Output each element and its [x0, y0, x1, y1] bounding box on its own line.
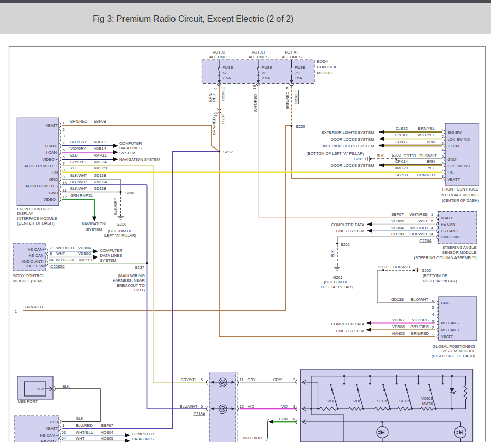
svg-text:G200: G200: [117, 222, 127, 227]
svg-text:LCK SW IND: LCK SW IND: [448, 164, 471, 168]
svg-text:BLK/WHT: BLK/WHT: [70, 173, 87, 178]
svg-text:C2280C: C2280C: [50, 264, 65, 269]
svg-text:8: 8: [285, 87, 289, 89]
svg-text:BRN: BRN: [427, 140, 435, 144]
svg-text:GND: GND: [441, 301, 450, 305]
svg-text:5: 5: [432, 305, 434, 310]
svg-text:ILLUM: ILLUM: [448, 144, 459, 148]
svg-text:GD138: GD138: [391, 232, 404, 236]
svg-text:54: 54: [62, 436, 66, 441]
svg-text:SBP08: SBP08: [94, 119, 106, 124]
svg-text:FRONT CONTROLS: FRONT CONTROLS: [442, 187, 478, 192]
svg-text:VMN03: VMN03: [392, 331, 405, 336]
svg-text:VIO/GRY: VIO/GRY: [70, 146, 86, 151]
svg-text:VDB04: VDB04: [78, 246, 91, 250]
svg-text:(BOTTOM OF: (BOTTOM OF: [423, 273, 447, 278]
svg-text:4: 4: [432, 312, 434, 317]
svg-text:LIN: LIN: [52, 170, 58, 175]
svg-text:HS CAN-: HS CAN-: [29, 253, 45, 258]
svg-text:VBATT: VBATT: [448, 177, 460, 182]
svg-text:3: 3: [442, 141, 444, 146]
svg-text:(RIGHT SIDE OF DASH): (RIGHT SIDE OF DASH): [432, 354, 476, 358]
svg-text:BLU/GRY: BLU/GRY: [70, 140, 87, 144]
svg-text:MUTE: MUTE: [422, 401, 433, 406]
svg-text:HOT AT: HOT AT: [285, 50, 299, 55]
svg-text:ALL TIMES: ALL TIMES: [249, 55, 268, 59]
svg-text:BRN: BRN: [427, 159, 435, 164]
svg-text:CPLXX: CPLXX: [395, 133, 408, 137]
svg-text:INTERIOR: INTERIOR: [243, 436, 262, 440]
svg-text:18: 18: [252, 85, 257, 89]
svg-text:SBP07: SBP07: [391, 212, 404, 217]
svg-text:BODY CONTROL: BODY CONTROL: [13, 273, 45, 278]
svg-text:GND: GND: [49, 191, 58, 195]
svg-text:NAVIGATION SYSTEM: NAVIGATION SYSTEM: [119, 157, 160, 162]
svg-text:BRN/RED: BRN/RED: [285, 91, 290, 109]
svg-text:WHT/YEL: WHT/YEL: [417, 133, 435, 137]
svg-text:GRY/ORG: GRY/ORG: [410, 324, 429, 329]
svg-text:C226A: C226A: [419, 238, 432, 243]
svg-text:VDB05: VDB05: [78, 251, 91, 256]
svg-text:SYSTEM: SYSTEM: [119, 151, 135, 156]
svg-text:BODY: BODY: [317, 59, 329, 64]
svg-text:MODULE: MODULE: [317, 71, 335, 75]
svg-text:BRN/RED: BRN/RED: [411, 331, 429, 336]
svg-text:MS CAN +: MS CAN +: [441, 328, 460, 332]
svg-text:Fig 3: Premium Radio Circuit,: Fig 3: Premium Radio Circuit, Except Ele…: [93, 14, 293, 24]
svg-text:8: 8: [442, 174, 444, 179]
svg-text:4: 4: [442, 148, 444, 152]
svg-text:AUDIO REMOTE +: AUDIO REMOTE +: [24, 164, 58, 168]
svg-text:GRN RMP31: GRN RMP31: [70, 193, 93, 198]
svg-text:INTERIOR LIGHTS SYSTEM: INTERIOR LIGHTS SYSTEM: [323, 144, 374, 148]
svg-text:CLS32: CLS32: [396, 126, 408, 131]
svg-text:67: 67: [223, 71, 227, 75]
svg-text:WHT: WHT: [419, 219, 428, 223]
svg-text:LIN: LIN: [448, 170, 454, 175]
svg-text:BRN/RED: BRN/RED: [212, 117, 216, 135]
svg-text:RME24: RME24: [94, 180, 107, 184]
svg-text:C2280E: C2280E: [221, 87, 225, 101]
svg-text:79: 79: [295, 71, 299, 75]
svg-text:3: 3: [293, 404, 295, 409]
svg-text:BRN/RED: BRN/RED: [417, 173, 435, 177]
svg-text:VBATT: VBATT: [46, 123, 58, 128]
svg-text:S202: S202: [341, 242, 350, 247]
svg-text:1: 1: [442, 128, 444, 132]
svg-text:SBP08: SBP08: [395, 173, 408, 177]
svg-text:4: 4: [63, 141, 65, 146]
svg-text:4: 4: [293, 417, 295, 421]
svg-text:SEEK+: SEEK+: [377, 399, 390, 403]
svg-text:RED: RED: [212, 93, 216, 102]
svg-text:7.5A: 7.5A: [223, 76, 232, 80]
svg-text:GLOBAL POSITIONING: GLOBAL POSITIONING: [433, 344, 475, 349]
svg-text:LEFT "A" PILLAR): LEFT "A" PILLAR): [104, 233, 136, 238]
svg-text:GRY: GRY: [248, 377, 256, 382]
svg-text:BLK/WHT: BLK/WHT: [70, 186, 87, 191]
svg-text:FUSE: FUSE: [295, 65, 305, 70]
svg-text:8: 8: [50, 251, 52, 256]
svg-text:GDT33: GDT33: [404, 153, 416, 158]
svg-text:COMPUTER DATA: COMPUTER DATA: [331, 322, 365, 326]
svg-text:LEFT "A" PILLAR): LEFT "A" PILLAR): [321, 285, 353, 289]
svg-text:VMC29: VMC29: [94, 166, 107, 170]
svg-text:(CENTER OF DASH): (CENTER OF DASH): [17, 221, 55, 226]
svg-text:VDB14: VDB14: [94, 146, 106, 151]
svg-text:BLK/WHT: BLK/WHT: [410, 232, 428, 236]
svg-text:5: 5: [201, 377, 203, 382]
svg-text:C218A: C218A: [194, 411, 206, 416]
svg-text:SYSTEM: SYSTEM: [100, 258, 116, 263]
svg-text:BLU/WHT: BLU/WHT: [70, 180, 88, 184]
svg-text:(CENTER OF DASH): (CENTER OF DASH): [442, 198, 479, 203]
svg-text:DOOR LOCKS SYSTEM: DOOR LOCKS SYSTEM: [331, 137, 374, 142]
svg-text:DISPLAY: DISPLAY: [17, 211, 33, 216]
svg-text:6: 6: [432, 299, 434, 303]
svg-text:G201: G201: [333, 275, 343, 280]
svg-text:VBATT: VBATT: [441, 334, 453, 339]
svg-text:LINES SYSTEM: LINES SYSTEM: [336, 329, 364, 333]
svg-text:VDB05: VDB05: [391, 219, 404, 223]
svg-text:BLK/WHT: BLK/WHT: [419, 153, 437, 158]
svg-text:BLK: BLK: [377, 153, 384, 158]
svg-text:SYSTEM: SYSTEM: [86, 227, 102, 232]
svg-text:(STEERING COLUMN ASSEMBLY): (STEERING COLUMN ASSEMBLY): [414, 255, 477, 260]
svg-text:9: 9: [63, 175, 65, 179]
